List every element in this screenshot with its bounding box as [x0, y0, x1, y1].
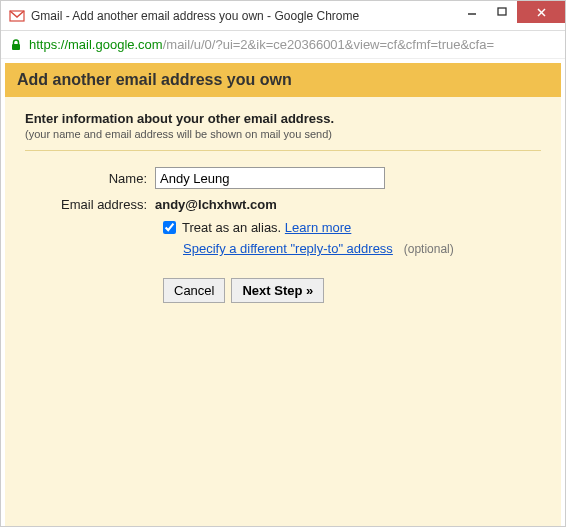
window-titlebar: Gmail - Add another email address you ow…: [1, 1, 565, 31]
email-label: Email address:: [25, 197, 155, 212]
content-area: Add another email address you own Enter …: [1, 59, 565, 527]
window-controls: [457, 1, 565, 23]
next-step-button[interactable]: Next Step »: [231, 278, 324, 303]
email-value: andy@lchxhwt.com: [155, 197, 277, 212]
minimize-button[interactable]: [457, 1, 487, 23]
svg-rect-2: [498, 8, 506, 15]
svg-rect-5: [12, 44, 20, 50]
email-row: Email address: andy@lchxhwt.com: [25, 197, 541, 212]
cancel-button[interactable]: Cancel: [163, 278, 225, 303]
intro-heading: Enter information about your other email…: [25, 111, 541, 126]
alias-checkbox[interactable]: [163, 221, 176, 234]
name-row: Name:: [25, 167, 541, 189]
learn-more-link[interactable]: Learn more: [285, 220, 351, 235]
name-input[interactable]: [155, 167, 385, 189]
name-label: Name:: [25, 171, 155, 186]
lock-icon: [9, 38, 23, 52]
page-header: Add another email address you own: [5, 63, 561, 97]
replyto-row: Specify a different "reply-to" address (…: [183, 241, 541, 256]
url-path: /mail/u/0/?ui=2&ik=ce20366001&view=cf&cf…: [163, 37, 494, 52]
url-bar[interactable]: https://mail.google.com/mail/u/0/?ui=2&i…: [1, 31, 565, 59]
close-button[interactable]: [517, 1, 565, 23]
url-text: https://mail.google.com/mail/u/0/?ui=2&i…: [29, 37, 494, 52]
maximize-button[interactable]: [487, 1, 517, 23]
window-title: Gmail - Add another email address you ow…: [31, 9, 359, 23]
page-title: Add another email address you own: [17, 71, 292, 88]
alias-label: Treat as an alias.: [182, 220, 281, 235]
alias-row: Treat as an alias. Learn more: [163, 220, 541, 235]
button-row: Cancel Next Step »: [163, 278, 541, 303]
optional-label: (optional): [404, 242, 454, 256]
form-body: Enter information about your other email…: [5, 97, 561, 527]
gmail-icon: [9, 8, 25, 24]
intro-subtitle: (your name and email address will be sho…: [25, 128, 541, 140]
replyto-link[interactable]: Specify a different "reply-to" address: [183, 241, 393, 256]
url-origin: https://mail.google.com: [29, 37, 163, 52]
divider: [25, 150, 541, 151]
